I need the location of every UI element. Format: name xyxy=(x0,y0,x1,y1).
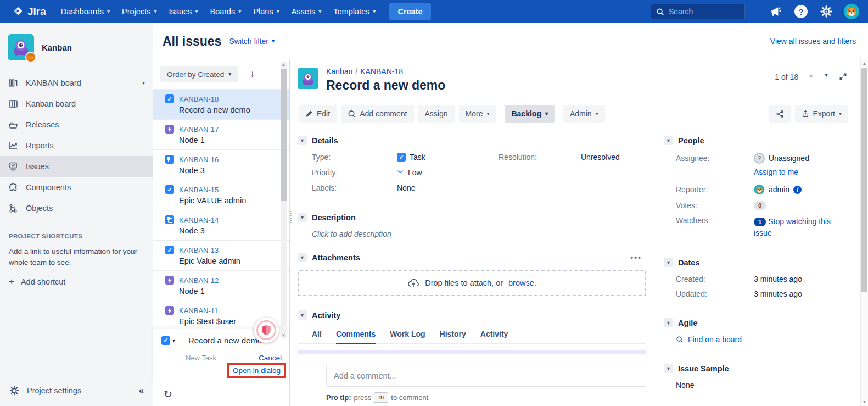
project-settings-button[interactable]: Project settings xyxy=(27,386,81,395)
announcements-button[interactable] xyxy=(767,3,785,20)
scrollbar-thumb[interactable] xyxy=(861,68,867,292)
collapse-section-icon[interactable]: ▼ xyxy=(664,258,673,267)
add-shortcut-button[interactable]: + Add shortcut xyxy=(9,276,144,287)
order-by-button[interactable]: Order by Created▾ xyxy=(160,66,238,82)
view-all-issues-link[interactable]: View all issues and filters xyxy=(770,37,856,46)
sidebar-item-kanban-board[interactable]: Kanban board xyxy=(0,93,153,114)
next-issue-button[interactable]: ▼ xyxy=(824,73,829,78)
issue-list-scrollbar[interactable]: ▲ ▼ xyxy=(281,62,287,338)
help-button[interactable]: ? xyxy=(792,3,810,20)
collapse-section-icon[interactable]: ▼ xyxy=(298,213,307,222)
export-button[interactable]: Export▾ xyxy=(795,105,849,123)
share-button[interactable] xyxy=(769,105,791,123)
browse-link[interactable]: browse. xyxy=(508,279,536,287)
issue-row-kanban-16[interactable]: KANBAN-16 Node 3 xyxy=(153,149,289,180)
breadcrumb-issue-link[interactable]: KANBAN-18 xyxy=(360,67,403,76)
switch-filter-button[interactable]: Switch filter▾ xyxy=(229,37,275,46)
open-in-dialog-link[interactable]: Open in dialog xyxy=(233,366,281,375)
issue-row-kanban-18[interactable]: ✓KANBAN-18 Record a new demo xyxy=(153,89,289,119)
chevron-down-icon: ▾ xyxy=(545,111,548,116)
collapse-section-icon[interactable]: ▼ xyxy=(664,364,673,373)
tab-comments[interactable]: Comments xyxy=(336,327,376,343)
sidebar-item-kanban-board-group[interactable]: KANBAN board▾ xyxy=(0,73,153,93)
comment-box[interactable] xyxy=(326,365,646,387)
priority-value[interactable]: ﹀Low xyxy=(397,168,422,177)
sidebar-item-releases[interactable]: Releases xyxy=(0,114,153,135)
new-issue-summary-input[interactable]: Record a new demo xyxy=(188,336,262,345)
menu-projects[interactable]: Projects▾ xyxy=(116,4,163,19)
admin-button[interactable]: Admin▾ xyxy=(563,105,605,123)
menu-templates[interactable]: Templates▾ xyxy=(327,4,382,19)
issue-row-kanban-14[interactable]: KANBAN-14 Node 3 xyxy=(153,210,289,240)
sidebar-item-components[interactable]: Components xyxy=(0,177,153,198)
menu-boards[interactable]: Boards▾ xyxy=(204,4,247,19)
edit-button[interactable]: Edit xyxy=(299,105,337,123)
labels-value[interactable]: None xyxy=(397,183,415,192)
issue-row-kanban-13[interactable]: ✓KANBAN-13 Epic Value admin xyxy=(153,240,289,270)
sidebar-item-objects[interactable]: Objects xyxy=(0,198,153,219)
collapse-section-icon[interactable]: ▼ xyxy=(664,318,673,327)
votes-badge[interactable]: 0 xyxy=(754,201,766,210)
collapse-section-icon[interactable]: ▼ xyxy=(664,136,673,145)
issue-row-kanban-17[interactable]: KANBAN-17 Node 1 xyxy=(153,119,289,149)
sidebar-item-reports[interactable]: Reports xyxy=(0,135,153,156)
collapse-section-icon[interactable]: ▼ xyxy=(298,310,307,320)
tab-activity[interactable]: Activity xyxy=(480,327,508,343)
sidebar-item-issues[interactable]: Issues xyxy=(0,156,153,177)
previous-issue-button[interactable]: ▲ xyxy=(808,73,814,78)
tab-history[interactable]: History xyxy=(440,327,466,343)
scroll-down-arrow[interactable]: ▼ xyxy=(861,399,868,404)
scrollbar-thumb[interactable] xyxy=(281,69,287,201)
scroll-down-arrow[interactable]: ▼ xyxy=(281,333,287,338)
collapse-sidebar-button[interactable]: « xyxy=(139,386,144,396)
project-avatar[interactable]: <> xyxy=(8,34,34,60)
project-shortcuts: PROJECT SHORTCUTS Add a link to useful i… xyxy=(0,219,153,287)
scroll-up-arrow[interactable]: ▲ xyxy=(281,62,287,67)
global-search[interactable] xyxy=(651,4,745,19)
tab-work-log[interactable]: Work Log xyxy=(390,327,425,343)
top-navbar: Jira Dashboards▾ Projects▾ Issues▾ Board… xyxy=(0,0,868,23)
create-button[interactable]: Create xyxy=(389,3,430,20)
profile-button[interactable] xyxy=(843,3,860,20)
issue-sample-section: ▼ Issue Sample None xyxy=(664,364,849,390)
screen-recorder-overlay-button[interactable] xyxy=(254,318,279,343)
assign-button[interactable]: Assign xyxy=(418,105,455,123)
jira-logo[interactable]: Jira xyxy=(12,5,46,18)
menu-issues[interactable]: Issues▾ xyxy=(163,4,204,19)
settings-button[interactable] xyxy=(817,3,835,20)
assignee-value[interactable]: ?Unassigned xyxy=(754,153,809,164)
attachment-dropzone[interactable]: Drop files to attach, or browse. xyxy=(298,270,646,296)
reporter-value[interactable]: admin i xyxy=(754,184,802,195)
watchers-badge[interactable]: 1 xyxy=(754,218,766,226)
description-placeholder[interactable]: Click to add description xyxy=(312,230,391,238)
panel-resize-handle[interactable] xyxy=(290,211,292,223)
find-on-board-link[interactable]: Find on a board xyxy=(676,335,849,344)
search-input[interactable] xyxy=(669,7,735,16)
issue-type-value[interactable]: ✓Task xyxy=(397,153,425,162)
attachments-menu-button[interactable]: ••• xyxy=(630,253,642,262)
cancel-link[interactable]: Cancel xyxy=(259,354,282,362)
breadcrumb-project-link[interactable]: Kanban xyxy=(326,67,352,76)
scroll-up-arrow[interactable]: ▲ xyxy=(861,61,868,66)
issue-row-kanban-12[interactable]: KANBAN-12 Node 1 xyxy=(153,270,289,301)
status-button[interactable]: Backlog▾ xyxy=(505,105,555,123)
collapse-section-icon[interactable]: ▼ xyxy=(298,253,307,262)
info-icon[interactable]: i xyxy=(793,186,802,194)
issue-type-selector[interactable]: ✓ ▾ xyxy=(161,336,175,345)
page-scrollbar[interactable]: ▲ ▼ xyxy=(860,59,868,406)
chevron-down-icon: ▾ xyxy=(107,9,110,14)
menu-plans[interactable]: Plans▾ xyxy=(247,4,285,19)
collapse-section-icon[interactable]: ▼ xyxy=(298,136,307,145)
more-button[interactable]: More▾ xyxy=(459,105,496,123)
comment-input[interactable] xyxy=(334,371,639,380)
tab-all[interactable]: All xyxy=(312,327,322,343)
expand-icon[interactable] xyxy=(839,73,847,81)
refresh-icon[interactable]: ↻ xyxy=(164,388,172,400)
menu-assets[interactable]: Assets▾ xyxy=(285,4,328,19)
filter-header: All issues Switch filter▾ View all issue… xyxy=(153,23,868,59)
assign-to-me-link[interactable]: Assign to me xyxy=(754,168,798,176)
add-comment-button[interactable]: Add comment xyxy=(341,105,413,123)
issue-row-kanban-15[interactable]: ✓KANBAN-15 Epic VALUE admin xyxy=(153,180,289,210)
menu-dashboards[interactable]: Dashboards▾ xyxy=(55,4,116,19)
sort-direction-icon[interactable]: ↓ xyxy=(250,69,255,80)
